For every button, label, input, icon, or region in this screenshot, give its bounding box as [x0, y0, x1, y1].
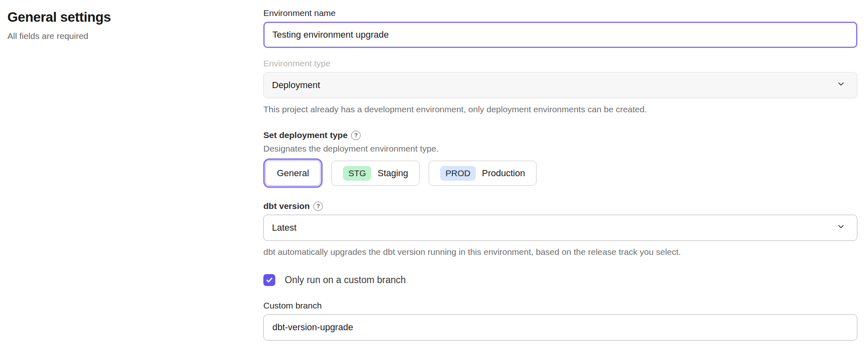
custom-branch-label: Custom branch — [263, 301, 857, 311]
deployment-type-option-production[interactable]: PROD Production — [429, 161, 537, 186]
custom-branch-input[interactable] — [263, 314, 857, 340]
chevron-down-icon — [836, 79, 845, 91]
environment-type-label: Environment type — [263, 59, 857, 68]
deployment-type-option-general[interactable]: General — [265, 161, 320, 186]
page-subtitle: All fields are required — [7, 31, 263, 41]
custom-branch-checkbox-label[interactable]: Only run on a custom branch — [285, 275, 406, 286]
stg-badge: STG — [343, 166, 371, 181]
deployment-type-label: Set deployment type ? — [263, 130, 857, 140]
dbt-version-value: Latest — [272, 222, 297, 233]
environment-name-label: Environment name — [263, 8, 857, 18]
deployment-type-description: Designates the deployment environment ty… — [263, 144, 857, 154]
help-icon[interactable]: ? — [351, 131, 361, 140]
dbt-version-helper: dbt automatically upgrades the dbt versi… — [263, 246, 857, 257]
general-settings-form: Environment name Environment type Deploy… — [263, 8, 857, 346]
deployment-type-option-staging[interactable]: STG Staging — [331, 161, 420, 186]
dbt-version-select[interactable]: Latest — [263, 215, 857, 241]
custom-branch-checkbox[interactable] — [263, 274, 275, 286]
page-title: General settings — [7, 9, 263, 25]
prod-badge: PROD — [440, 166, 476, 181]
help-icon[interactable]: ? — [313, 202, 323, 211]
chevron-down-icon — [836, 222, 845, 234]
environment-type-value: Deployment — [272, 80, 320, 91]
checkmark-icon — [265, 276, 273, 284]
deployment-type-options: General STG Staging PROD Production — [263, 161, 857, 186]
environment-type-helper: This project already has a development e… — [263, 104, 857, 115]
settings-header: General settings All fields are required — [7, 8, 263, 346]
custom-branch-checkbox-row: Only run on a custom branch — [263, 274, 857, 286]
environment-type-select: Deployment — [263, 72, 857, 98]
environment-name-input[interactable] — [263, 22, 857, 48]
dbt-version-label: dbt version ? — [263, 201, 857, 211]
